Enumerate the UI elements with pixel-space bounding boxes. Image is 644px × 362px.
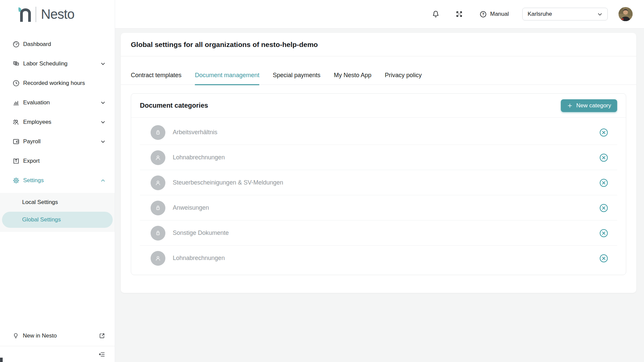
category-lock-icon xyxy=(151,125,165,140)
category-lock-icon xyxy=(151,201,165,215)
new-category-button-label: New category xyxy=(576,102,611,109)
category-name: Arbeitsverhältnis xyxy=(173,129,599,136)
app-window: Nesto Dashboard Labor Scheduling xyxy=(0,0,644,362)
location-select-value: Karlsruhe xyxy=(528,11,552,17)
manual-help-link[interactable]: ? Manual xyxy=(479,10,509,18)
question-circle-icon: ? xyxy=(479,10,487,18)
tab-special-payments[interactable]: Special payments xyxy=(273,72,320,85)
document-categories-list: Arbeitsverhältnis Lohnabrechnungen xyxy=(131,118,626,275)
category-name: Sonstige Dokumente xyxy=(173,229,599,237)
tab-contract-templates[interactable]: Contract templates xyxy=(131,72,181,85)
remove-category-button[interactable] xyxy=(599,153,608,162)
category-person-icon xyxy=(151,175,165,190)
sidebar-item-local-settings[interactable]: Local Settings xyxy=(0,194,115,211)
card-title-row: Global settings for all organizations of… xyxy=(121,33,636,56)
sidebar-collapse-row xyxy=(0,346,115,362)
sidebar: Nesto Dashboard Labor Scheduling xyxy=(0,0,115,362)
corner-artifact xyxy=(0,358,3,362)
category-row: Anweisungen xyxy=(131,195,626,220)
sidebar-item-employees[interactable]: Employees xyxy=(0,112,115,132)
sidebar-item-export[interactable]: Export xyxy=(0,151,115,171)
category-name: Steuerbescheinigungen & SV-Meldungen xyxy=(173,179,599,186)
category-row: Lohnabrechnungen xyxy=(131,145,626,170)
settings-submenu: Local Settings Global Settings xyxy=(0,193,115,232)
global-settings-card: Global settings for all organizations of… xyxy=(121,33,636,293)
clock-icon xyxy=(12,80,20,87)
chevron-down-icon xyxy=(100,100,106,106)
gear-icon xyxy=(12,177,20,184)
new-in-nesto-label: New in Nesto xyxy=(23,332,57,339)
category-name: Lohnabrechnungen xyxy=(173,154,599,161)
sidebar-item-dashboard[interactable]: Dashboard xyxy=(0,35,115,54)
category-lock-icon xyxy=(151,226,165,241)
schedule-grid-icon xyxy=(12,60,20,67)
notifications-bell-icon[interactable] xyxy=(432,10,440,18)
document-categories-card: Document categories New category xyxy=(131,93,626,275)
document-categories-header: Document categories New category xyxy=(131,94,626,118)
category-row: Arbeitsverhältnis xyxy=(131,120,626,145)
remove-category-button[interactable] xyxy=(599,228,608,238)
location-select[interactable]: Karlsruhe xyxy=(522,8,608,20)
lightbulb-icon xyxy=(12,332,19,340)
external-link-icon xyxy=(99,332,105,339)
category-person-icon xyxy=(151,150,165,165)
new-category-button[interactable]: New category xyxy=(561,99,617,112)
wallet-icon xyxy=(12,138,20,145)
sidebar-item-recorded-working-hours[interactable]: Recorded working hours xyxy=(0,73,115,93)
page-title: Global settings for all organizations of… xyxy=(131,41,318,49)
collapse-sidebar-icon[interactable] xyxy=(99,351,105,358)
logo-wordmark: Nesto xyxy=(41,7,74,22)
plus-icon xyxy=(567,103,573,109)
tab-bar: Contract templates Document management S… xyxy=(121,56,636,85)
sidebar-item-evaluation[interactable]: Evaluation xyxy=(0,93,115,112)
category-name: Anweisungen xyxy=(173,204,599,211)
chevron-down-icon xyxy=(100,61,106,67)
tab-privacy-policy[interactable]: Privacy policy xyxy=(385,72,422,85)
dashboard-icon xyxy=(12,41,20,48)
sidebar-item-global-settings[interactable]: Global Settings xyxy=(2,212,113,228)
category-row: Sonstige Dokumente xyxy=(131,220,626,246)
remove-category-button[interactable] xyxy=(599,203,608,213)
sidebar-item-labor-scheduling[interactable]: Labor Scheduling xyxy=(0,54,115,73)
people-icon xyxy=(12,118,20,126)
new-in-nesto-link[interactable]: New in Nesto xyxy=(0,326,115,346)
nesto-logo[interactable]: Nesto xyxy=(0,0,115,29)
category-row: Lohnabrechnungen xyxy=(131,246,626,271)
category-row: Steuerbescheinigungen & SV-Meldungen xyxy=(131,170,626,195)
content-area: Global settings for all organizations of… xyxy=(115,29,644,362)
chevron-down-icon xyxy=(100,139,106,145)
sidebar-footer: New in Nesto xyxy=(0,326,115,362)
nesto-logo-mark-icon xyxy=(18,7,32,22)
main-column: ? Manual Karlsruhe xyxy=(115,0,644,362)
chevron-down-icon xyxy=(100,119,106,125)
tab-document-management[interactable]: Document management xyxy=(195,72,259,85)
manual-label: Manual xyxy=(490,11,509,17)
sidebar-item-payroll[interactable]: Payroll xyxy=(0,132,115,151)
chevron-up-icon xyxy=(100,177,106,184)
user-avatar[interactable] xyxy=(619,7,633,21)
category-person-icon xyxy=(151,251,165,266)
sidebar-nav: Dashboard Labor Scheduling xyxy=(0,29,115,232)
chevron-down-icon xyxy=(597,11,603,17)
export-icon xyxy=(12,157,20,165)
document-categories-title: Document categories xyxy=(140,102,208,109)
remove-category-button[interactable] xyxy=(599,178,608,188)
logo-divider xyxy=(36,7,36,22)
svg-text:?: ? xyxy=(482,12,484,16)
remove-category-button[interactable] xyxy=(599,254,608,263)
bar-chart-icon xyxy=(12,99,20,106)
fullscreen-expand-icon[interactable] xyxy=(455,10,463,18)
sidebar-item-settings[interactable]: Settings xyxy=(0,171,115,190)
tab-my-nesto-app[interactable]: My Nesto App xyxy=(334,72,371,85)
remove-category-button[interactable] xyxy=(599,128,608,137)
topbar: ? Manual Karlsruhe xyxy=(115,0,644,29)
category-name: Lohnabrechnungen xyxy=(173,255,599,262)
